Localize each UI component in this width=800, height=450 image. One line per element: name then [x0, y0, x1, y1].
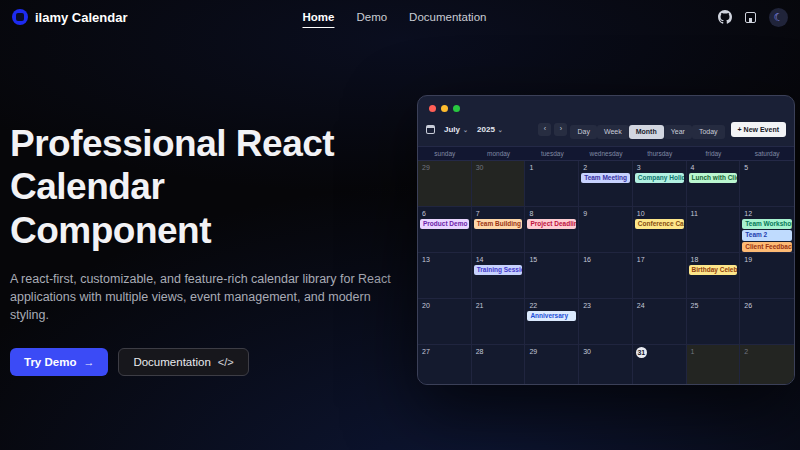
calendar-day-cell[interactable]: 15: [525, 253, 579, 299]
calendar-day-cell[interactable]: 24: [633, 299, 687, 345]
npm-button[interactable]: [745, 12, 756, 23]
calendar-day-cell[interactable]: 29: [525, 345, 579, 386]
day-number: 16: [579, 253, 632, 264]
calendar-day-cell[interactable]: 2Team Meeting: [579, 161, 633, 207]
day-number: 21: [472, 299, 525, 310]
calendar-day-cell[interactable]: 17: [633, 253, 687, 299]
calendar-day-cell[interactable]: 16: [579, 253, 633, 299]
calendar-day-cell[interactable]: 19: [740, 253, 794, 299]
calendar-day-cell[interactable]: 9: [579, 207, 633, 253]
day-header-friday: friday: [687, 147, 741, 160]
chevron-down-icon: ⌄: [498, 126, 503, 133]
calendar-event[interactable]: Team Workshop: [742, 219, 792, 230]
navbar: ilamy Calendar HomeDemoDocumentation ☾: [0, 0, 800, 34]
nav-link-demo[interactable]: Demo: [356, 7, 387, 27]
day-number: 12: [740, 207, 794, 218]
try-demo-button[interactable]: Try Demo →: [10, 348, 108, 376]
github-button[interactable]: [718, 10, 732, 24]
chevron-left-icon: ‹: [544, 125, 546, 132]
new-event-button[interactable]: + New Event: [731, 122, 786, 137]
code-icon: </>: [218, 356, 234, 368]
calendar-day-cell[interactable]: 31: [633, 345, 687, 386]
view-button-week[interactable]: Week: [597, 125, 629, 139]
nav-link-documentation[interactable]: Documentation: [409, 7, 486, 27]
close-window-icon[interactable]: [429, 105, 436, 112]
documentation-label: Documentation: [133, 356, 210, 368]
calendar-day-cell[interactable]: 14Training Session: [472, 253, 526, 299]
calendar-day-cell[interactable]: 30: [472, 161, 526, 207]
day-number: 9: [579, 207, 632, 218]
calendar-day-cell[interactable]: 21: [472, 299, 526, 345]
calendar-day-cell[interactable]: 28: [472, 345, 526, 386]
calendar-day-cell[interactable]: 1: [525, 161, 579, 207]
calendar-event[interactable]: Team 2: [742, 230, 792, 241]
nav-links: HomeDemoDocumentation: [302, 7, 486, 28]
calendar-day-cell[interactable]: 6Product Demo: [418, 207, 472, 253]
theme-toggle[interactable]: ☾: [769, 8, 788, 27]
day-number: 26: [740, 299, 794, 310]
day-number: 18: [687, 253, 740, 264]
hero-description: A react-first, customizable, and feature…: [10, 270, 410, 324]
try-demo-label: Try Demo: [24, 356, 76, 368]
calendar-event[interactable]: Lunch with Client: [689, 173, 738, 184]
calendar-day-cell[interactable]: 23: [579, 299, 633, 345]
nav-link-home[interactable]: Home: [302, 7, 334, 28]
calendar-event[interactable]: Anniversary: [527, 311, 576, 322]
calendar-day-cell[interactable]: 25: [687, 299, 741, 345]
view-button-day[interactable]: Day: [570, 125, 596, 139]
prev-button[interactable]: ‹: [538, 123, 551, 136]
calendar-day-cell[interactable]: 8Project Deadline: [525, 207, 579, 253]
calendar-day-cell[interactable]: 18Birthday Celebration: [687, 253, 741, 299]
calendar-toolbar-right: ‹ › DayWeekMonthYearToday + New Event: [538, 120, 786, 139]
calendar-event[interactable]: Conference Call: [635, 219, 684, 230]
calendar-grid: 293012Team Meeting3Company Holiday4Lunch…: [418, 161, 794, 386]
calendar-event[interactable]: Project Deadline: [527, 219, 576, 230]
calendar-event[interactable]: Team Building: [474, 219, 523, 230]
day-number: 25: [687, 299, 740, 310]
calendar-day-cell[interactable]: 1: [687, 345, 741, 386]
view-button-month[interactable]: Month: [629, 125, 664, 139]
calendar-day-cell[interactable]: 11: [687, 207, 741, 253]
minimize-window-icon[interactable]: [441, 105, 448, 112]
calendar-day-cell[interactable]: 7Team Building: [472, 207, 526, 253]
calendar-event[interactable]: Team Meeting: [581, 173, 630, 184]
calendar-event[interactable]: Product Demo: [420, 219, 469, 230]
calendar-day-cell[interactable]: 30: [579, 345, 633, 386]
calendar-day-cell[interactable]: 4Lunch with Client: [687, 161, 741, 207]
month-select[interactable]: July ⌄: [444, 125, 468, 134]
month-select-value: July: [444, 125, 460, 134]
calendar-event[interactable]: Client Feedback Sessi: [742, 242, 792, 253]
calendar-event[interactable]: Training Session: [474, 265, 523, 276]
calendar-day-cell[interactable]: 3Company Holiday: [633, 161, 687, 207]
calendar-day-cell[interactable]: 12Team WorkshopTeam 2Client Feedback Ses…: [740, 207, 794, 253]
maximize-window-icon[interactable]: [453, 105, 460, 112]
day-number: 1: [687, 345, 740, 356]
view-switcher: DayWeekMonthYearToday: [570, 120, 724, 139]
day-number: 11: [687, 207, 740, 218]
calendar-day-cell[interactable]: 29: [418, 161, 472, 207]
calendar-event[interactable]: Company Holiday: [635, 173, 684, 184]
day-number: 15: [525, 253, 578, 264]
documentation-button[interactable]: Documentation </>: [118, 348, 248, 376]
calendar-day-cell[interactable]: 2: [740, 345, 794, 386]
calendar-day-cell[interactable]: 22Anniversary: [525, 299, 579, 345]
brand[interactable]: ilamy Calendar: [12, 9, 128, 25]
day-number: 20: [418, 299, 471, 310]
calendar-day-cell[interactable]: 5: [740, 161, 794, 207]
day-number: 5: [740, 161, 794, 172]
calendar-day-cell[interactable]: 20: [418, 299, 472, 345]
day-number: 3: [633, 161, 686, 172]
calendar-day-cell[interactable]: 10Conference Call: [633, 207, 687, 253]
view-button-today[interactable]: Today: [692, 125, 725, 139]
year-select[interactable]: 2025 ⌄: [477, 125, 503, 134]
next-button[interactable]: ›: [554, 123, 567, 136]
calendar-day-cell[interactable]: 26: [740, 299, 794, 345]
calendar-day-cell[interactable]: 13: [418, 253, 472, 299]
view-button-year[interactable]: Year: [664, 125, 692, 139]
calendar-toolbar-left: July ⌄ 2025 ⌄: [426, 125, 503, 134]
day-number: 2: [740, 345, 794, 356]
calendar-day-cell[interactable]: 27: [418, 345, 472, 386]
day-number: 10: [633, 207, 686, 218]
day-number: 23: [579, 299, 632, 310]
calendar-event[interactable]: Birthday Celebration: [689, 265, 738, 276]
